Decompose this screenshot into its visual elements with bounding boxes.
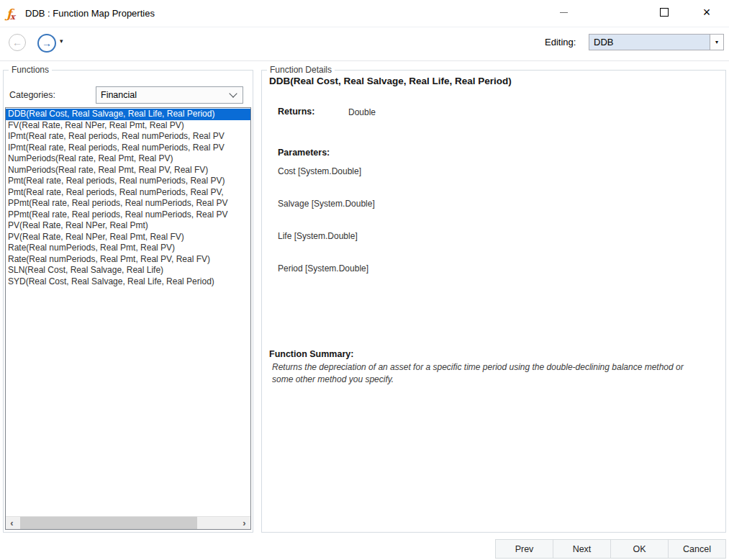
minimize-icon	[560, 12, 568, 13]
close-button[interactable]: ×	[692, 0, 721, 24]
function-listbox: DDB(Real Cost, Real Salvage, Real Life, …	[5, 107, 251, 530]
back-icon: ←	[12, 37, 22, 48]
cancel-button[interactable]: Cancel	[668, 539, 726, 559]
ok-button[interactable]: OK	[610, 539, 669, 559]
maximize-icon	[660, 8, 669, 17]
back-button[interactable]: ←	[9, 34, 26, 51]
list-item[interactable]: FV(Real Rate, Real NPer, Real Pmt, Real …	[6, 120, 250, 132]
editing-combobox-value: DDB	[589, 37, 710, 48]
returns-label: Returns:	[278, 107, 314, 117]
list-item[interactable]: PPmt(Real rate, Real periods, Real numPe…	[6, 198, 250, 209]
maximize-button[interactable]	[650, 0, 679, 24]
dropdown-caret-icon: ▾	[715, 39, 718, 45]
function-summary-label: Function Summary:	[269, 349, 353, 359]
parameter-item: Period [System.Double]	[278, 264, 375, 274]
parameters-list: Cost [System.Double]Salvage [System.Doub…	[278, 167, 375, 297]
function-details-groupbox: Function Details DDB(Real Cost, Real Sal…	[261, 70, 726, 533]
returns-value: Double	[348, 107, 376, 117]
list-item[interactable]: DDB(Real Cost, Real Salvage, Real Life, …	[6, 109, 250, 120]
list-item[interactable]: IPmt(Real rate, Real periods, Real numPe…	[6, 131, 250, 143]
prev-button[interactable]: Prev	[495, 539, 553, 559]
chevron-down-icon	[224, 94, 243, 96]
editing-combobox[interactable]: DDB ▾	[589, 34, 724, 50]
parameter-item: Salvage [System.Double]	[278, 199, 375, 209]
parameters-label: Parameters:	[278, 148, 330, 158]
scroll-left-icon: ‹	[10, 518, 13, 528]
toolbar: ← → ▾ Editing: DDB ▾	[0, 27, 729, 61]
list-item[interactable]: PV(Real Rate, Real NPer, Real Pmt, Real …	[6, 232, 250, 243]
list-item[interactable]: Pmt(Real rate, Real periods, Real numPer…	[6, 187, 250, 199]
list-item[interactable]: SLN(Real Cost, Real Salvage, Real Life)	[6, 265, 250, 276]
functions-group-title: Functions	[9, 65, 52, 75]
list-item[interactable]: SYD(Real Cost, Real Salvage, Real Life, …	[6, 276, 250, 288]
scroll-right-icon: ›	[243, 518, 245, 528]
forward-button[interactable]: →	[37, 34, 56, 53]
next-button[interactable]: Next	[553, 539, 611, 559]
window-title: DDB : Function Map Properties	[25, 8, 155, 19]
list-item[interactable]: PPmt(Real rate, Real periods, Real numPe…	[6, 209, 250, 221]
scroll-left-button[interactable]: ‹	[6, 517, 18, 529]
close-icon: ×	[703, 5, 711, 20]
list-item[interactable]: IPmt(Real rate, Real periods, Real numPe…	[6, 143, 250, 154]
parameter-item: Life [System.Double]	[278, 232, 375, 241]
editing-label: Editing:	[545, 37, 576, 48]
list-item[interactable]: PV(Real Rate, Real NPer, Real Pmt)	[6, 220, 250, 232]
function-details-group-title: Function Details	[267, 65, 335, 75]
list-item[interactable]: Rate(Real numPeriods, Real Pmt, Real PV)	[6, 243, 250, 254]
categories-combobox[interactable]: Financial	[96, 86, 243, 104]
title-bar: ƒx DDB : Function Map Properties ×	[0, 0, 729, 27]
forward-icon: →	[42, 38, 52, 48]
horizontal-scrollbar[interactable]: ‹ ›	[6, 516, 250, 529]
footer-buttons: PrevNextOKCancel	[495, 539, 726, 559]
list-item[interactable]: Pmt(Real rate, Real periods, Real numPer…	[6, 176, 250, 187]
parameter-item: Cost [System.Double]	[278, 167, 375, 176]
categories-label: Categories:	[9, 90, 55, 100]
scrollbar-thumb[interactable]	[20, 517, 197, 529]
list-item[interactable]: NumPeriods(Real rate, Real Pmt, Real PV)	[6, 153, 250, 165]
function-signature: DDB(Real Cost, Real Salvage, Real Life, …	[269, 76, 512, 86]
function-summary-text: Returns the depreciation of an asset for…	[272, 361, 695, 385]
scroll-right-button[interactable]: ›	[238, 517, 250, 529]
function-list: DDB(Real Cost, Real Salvage, Real Life, …	[6, 109, 250, 517]
list-item[interactable]: NumPeriods(Real rate, Real Pmt, Real PV,…	[6, 165, 250, 176]
functions-groupbox: Functions Categories: Financial DDB(Real…	[3, 70, 253, 533]
list-item[interactable]: Rate(Real numPeriods, Real Pmt, Real PV,…	[6, 254, 250, 266]
fx-app-icon: ƒx	[6, 6, 22, 21]
forward-dropdown-button[interactable]: ▾	[60, 37, 63, 45]
categories-combobox-value: Financial	[96, 90, 224, 100]
minimize-button[interactable]	[549, 0, 578, 24]
editing-combobox-arrow[interactable]: ▾	[710, 35, 723, 50]
